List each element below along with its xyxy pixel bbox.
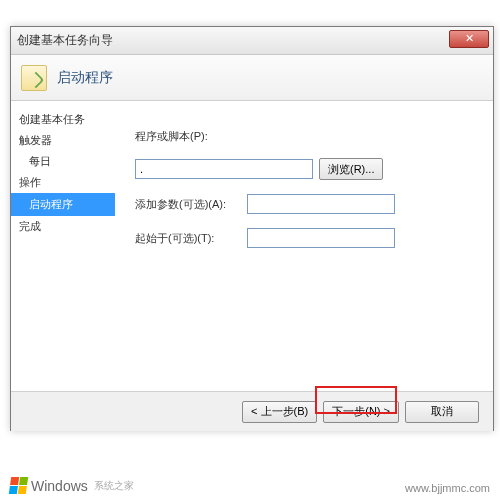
- watermark-brand-text: Windows: [31, 478, 88, 494]
- sidebar-item-finish[interactable]: 完成: [11, 216, 115, 237]
- watermark-url: www.bjjmmc.com: [405, 482, 490, 494]
- row-program-script: 程序或脚本(P):: [135, 129, 483, 144]
- wizard-header: 启动程序: [11, 55, 493, 101]
- wizard-footer: < 上一步(B) 下一步(N) > 取消: [11, 391, 493, 431]
- wizard-window: 创建基本任务向导 ✕ 启动程序 创建基本任务 触发器 每日 操作 启动程序 完成…: [10, 26, 494, 431]
- sidebar-item-daily[interactable]: 每日: [11, 151, 115, 172]
- arguments-input[interactable]: [247, 194, 395, 214]
- label-startin: 起始于(可选)(T):: [135, 231, 231, 246]
- watermark: Windows 系统之家 www.bjjmmc.com: [0, 477, 500, 494]
- sidebar-item-create-basic-task[interactable]: 创建基本任务: [11, 109, 115, 130]
- page-title: 启动程序: [57, 69, 113, 87]
- windows-logo-icon: [9, 477, 28, 494]
- row-program-input: 浏览(R)...: [135, 158, 483, 180]
- cancel-button[interactable]: 取消: [405, 401, 479, 423]
- close-icon: ✕: [465, 32, 474, 44]
- wizard-steps-sidebar: 创建基本任务 触发器 每日 操作 启动程序 完成: [11, 101, 115, 391]
- close-button[interactable]: ✕: [449, 30, 489, 48]
- row-arguments: 添加参数(可选)(A):: [135, 194, 483, 214]
- sidebar-item-action[interactable]: 操作: [11, 172, 115, 193]
- window-title: 创建基本任务向导: [17, 32, 113, 49]
- back-button[interactable]: < 上一步(B): [242, 401, 317, 423]
- program-script-input[interactable]: [135, 159, 313, 179]
- calendar-run-icon: [21, 65, 47, 91]
- label-arguments: 添加参数(可选)(A):: [135, 197, 231, 212]
- row-startin: 起始于(可选)(T):: [135, 228, 483, 248]
- next-button[interactable]: 下一步(N) >: [323, 401, 399, 423]
- label-program-script: 程序或脚本(P):: [135, 129, 231, 144]
- watermark-brand-sub: 系统之家: [94, 479, 134, 493]
- browse-button[interactable]: 浏览(R)...: [319, 158, 383, 180]
- sidebar-item-start-program[interactable]: 启动程序: [11, 193, 115, 216]
- startin-input[interactable]: [247, 228, 395, 248]
- wizard-content: 创建基本任务 触发器 每日 操作 启动程序 完成 程序或脚本(P): 浏览(R)…: [11, 101, 493, 391]
- watermark-brand: Windows 系统之家: [10, 477, 134, 494]
- form-area: 程序或脚本(P): 浏览(R)... 添加参数(可选)(A): 起始于(可选)(…: [115, 101, 493, 391]
- titlebar: 创建基本任务向导 ✕: [11, 27, 493, 55]
- sidebar-item-trigger[interactable]: 触发器: [11, 130, 115, 151]
